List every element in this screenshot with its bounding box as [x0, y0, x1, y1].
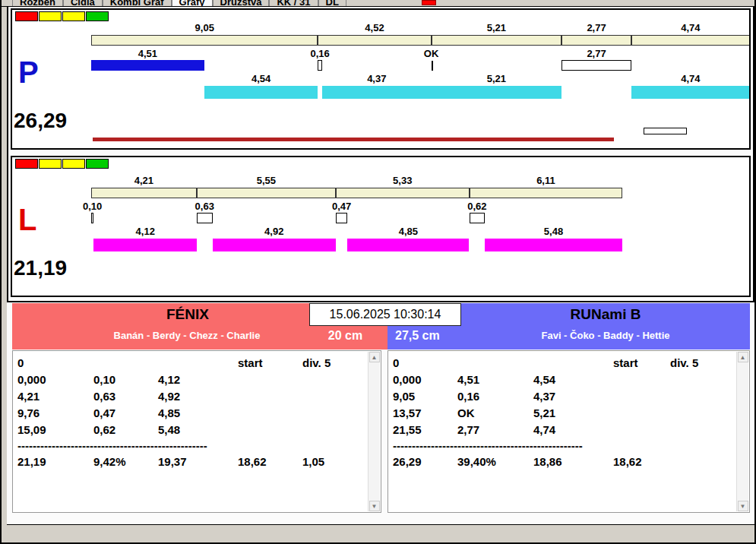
bar-blue-bar [91, 60, 204, 71]
status-light [15, 159, 38, 169]
run-bar [485, 239, 622, 251]
team-right-height: 27,5 cm [395, 329, 440, 343]
value-label: 4,74 [681, 73, 700, 84]
separator-row: ----------------------------------------… [17, 439, 228, 453]
value-label: 4,51 [138, 48, 157, 59]
status-light [39, 159, 62, 169]
status-light [15, 11, 38, 21]
team-left-name: FÉNIX [40, 306, 336, 323]
seg-bar [470, 188, 623, 198]
value-label: 5,55 [257, 175, 276, 186]
tab-dl[interactable]: DL [318, 0, 346, 7]
value-label: 5,21 [487, 73, 506, 84]
red-indicator [422, 0, 436, 5]
status-light [86, 159, 109, 169]
team-right-dogs: Favi - Čoko - Baddy - Hettie [461, 330, 750, 341]
seg-bar [631, 35, 750, 46]
team-left-height: 20 cm [309, 329, 381, 343]
run-bar [93, 239, 197, 251]
scroll-down-icon[interactable]: ▼ [369, 501, 380, 511]
lane-total-time-p: 26,29 [14, 109, 67, 133]
run-bar [322, 86, 432, 99]
tab--idla[interactable]: Čidla [63, 0, 103, 7]
app-window: RozbehČidlaKombi GrafGrafyDružstvaKK / 3… [0, 0, 756, 544]
value-label: 2,77 [587, 48, 606, 59]
value-label: 0,62 [467, 201, 486, 212]
separator-row: ----------------------------------------… [393, 439, 603, 453]
header-row: 0startdiv. 5 [393, 354, 735, 371]
tab-rozbeh[interactable]: Rozbeh [12, 0, 63, 7]
value-label: 5,33 [393, 175, 412, 186]
tab-grafy[interactable]: Grafy [172, 0, 213, 7]
data-row: 13,57OK5,21 [393, 404, 735, 421]
lane-letter-l: L [18, 204, 36, 235]
lane-letter-p: P [18, 57, 39, 87]
seg-bar [91, 35, 318, 46]
tab-kk-31[interactable]: KK / 31 [269, 0, 318, 7]
lane-total-time-l: 21,19 [14, 256, 67, 280]
box-bar [91, 213, 93, 223]
tab-dru-stva[interactable]: Družstva [213, 0, 270, 7]
status-lights [15, 11, 109, 21]
value-label: OK [424, 48, 439, 59]
scroll-down-icon[interactable]: ▼ [738, 501, 748, 511]
seg-bar [197, 188, 336, 198]
progress-line [93, 138, 614, 141]
seg-bar [318, 35, 431, 46]
team-right-results-table: 0startdiv. 50,0004,514,549,050,164,3713,… [387, 350, 750, 513]
data-row: 0,0004,514,54 [393, 371, 735, 387]
run-bar [213, 239, 336, 251]
data-row: 0,0000,104,12 [17, 371, 366, 387]
value-label: 0,10 [83, 201, 102, 212]
scroll-up-icon[interactable]: ▲ [738, 352, 748, 362]
run-bar [347, 239, 469, 251]
lane-panel-left: L 21,19 4,215,555,336,110,100,630,470,62… [11, 156, 751, 297]
value-label: 0,16 [310, 48, 329, 59]
seg-bar [91, 188, 197, 198]
data-row: 9,050,164,37 [393, 387, 735, 404]
scrollbar[interactable]: ▲ ▼ [736, 352, 748, 511]
value-label: 4,12 [136, 226, 155, 237]
run-bar [631, 86, 750, 99]
data-row: 21,552,774,74 [393, 421, 735, 438]
value-label: 4,52 [365, 22, 384, 33]
run-bar [204, 86, 318, 99]
box-bar [318, 60, 321, 71]
status-light [62, 159, 85, 169]
seg-bar [561, 35, 631, 46]
team-right-name: RUNami B [461, 306, 750, 323]
bar-white-bar [561, 60, 631, 71]
value-label: 0,63 [195, 201, 214, 212]
header-row: 0startdiv. 5 [17, 354, 366, 371]
team-right-results-body: 0startdiv. 50,0004,514,549,050,164,3713,… [393, 354, 735, 511]
team-left-results-body: 0startdiv. 50,0000,104,124,210,634,929,7… [17, 354, 366, 511]
value-label: 4,54 [251, 73, 270, 84]
data-row: 9,760,474,85 [17, 404, 366, 421]
value-label: 4,85 [399, 226, 418, 237]
value-label: 9,05 [195, 22, 214, 33]
tab-bar: RozbehČidlaKombi GrafGrafyDružstvaKK / 3… [2, 0, 754, 7]
value-label: 4,21 [134, 175, 153, 186]
value-label: 4,37 [367, 73, 386, 84]
scroll-up-icon[interactable]: ▲ [369, 352, 380, 362]
value-label: 5,21 [487, 22, 506, 33]
totals-row: 26,2939,40%18,8618,62 [393, 453, 735, 470]
seg-bar [432, 35, 562, 46]
marker-box [644, 128, 687, 134]
scrollbar[interactable]: ▲ ▼ [368, 352, 380, 511]
status-light [39, 11, 62, 21]
lane-panel-right: P 26,29 9,054,525,212,774,744,510,16OK2,… [11, 8, 751, 150]
status-lights [15, 159, 109, 169]
run-bar [432, 86, 562, 99]
seg-bar [336, 188, 470, 198]
status-light [86, 11, 109, 21]
status-light [62, 11, 85, 21]
box-bar [470, 213, 485, 223]
value-label: 4,92 [264, 226, 283, 237]
tab-kombi-graf[interactable]: Kombi Graf [103, 0, 172, 7]
team-left-results-table: 0startdiv. 50,0000,104,124,210,634,929,7… [12, 350, 381, 513]
value-label: 0,47 [332, 201, 351, 212]
data-row: 4,210,634,92 [17, 387, 366, 404]
value-label: 6,11 [536, 175, 555, 186]
box-bar [336, 213, 348, 223]
